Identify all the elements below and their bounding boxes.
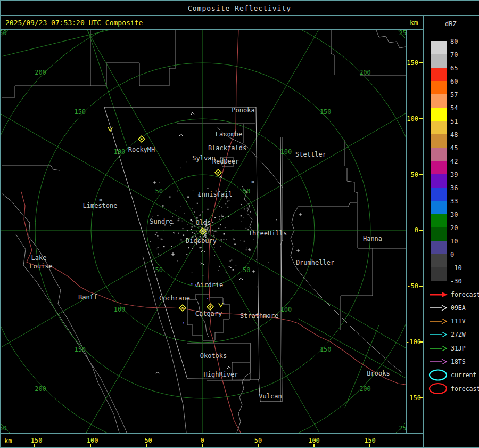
colorbar-tick-label: 0 xyxy=(450,251,475,258)
bottom-axis-tick xyxy=(369,444,370,447)
colorbar-tick-label: 48 xyxy=(450,132,475,138)
bottom-axis-tick-label: -100 xyxy=(79,437,102,444)
colorbar-tick-label: 51 xyxy=(450,118,475,125)
city-label-airdrie: Airdrie xyxy=(196,281,224,289)
city-label-hanna: Hanna xyxy=(363,235,382,242)
town-plus-icon xyxy=(252,270,255,273)
bottom-axis-tick-label: -50 xyxy=(135,437,158,444)
city-label-okotoks: Okotoks xyxy=(200,352,227,360)
colorbar-tick-label: 45 xyxy=(450,145,475,151)
range-ring-label: 150 xyxy=(320,108,332,116)
bottom-axis-tick-label: 100 xyxy=(302,437,326,444)
town-caret-icon xyxy=(201,263,204,265)
bottom-axis-tick-label: 0 xyxy=(191,437,214,444)
bottom-axis-tick xyxy=(313,444,315,447)
range-ring-label: 200 xyxy=(359,385,371,393)
range-ring-label: 50 xyxy=(243,266,250,274)
svg-text:current: current xyxy=(451,371,476,379)
colorbar-block xyxy=(431,94,447,108)
colorbar-block xyxy=(431,174,447,188)
range-ring-label: 200 xyxy=(35,69,46,76)
right-axis-tick-label: 100 xyxy=(406,116,418,122)
right-axis-unit: km xyxy=(410,19,418,27)
colorbar-tick-label: -10 xyxy=(450,265,475,271)
city-label-lake: Lake xyxy=(31,254,47,262)
right-axis-tick-label: -100 xyxy=(406,339,418,345)
range-ring-label: 50 xyxy=(155,266,163,274)
colorbar-block xyxy=(431,201,447,214)
city-label-blackfalds: Blackfalds xyxy=(208,144,246,152)
colorbar-tick-label: 80 xyxy=(450,38,475,45)
svg-text:18TS: 18TS xyxy=(451,358,466,365)
bottom-axis-tick xyxy=(34,444,35,447)
radar-map[interactable]: 5050505010010010010015015015015020020020… xyxy=(1,30,406,433)
svg-text:09EA: 09EA xyxy=(451,304,466,312)
city-label-brooks: Brooks xyxy=(367,370,390,377)
range-ring-label: 50 xyxy=(155,188,163,195)
city-label-strathmore: Strathmore xyxy=(240,312,278,320)
town-plus-icon xyxy=(171,252,175,256)
city-label-calgary: Calgary xyxy=(195,310,222,317)
range-ring-label: 150 xyxy=(320,346,332,353)
legend-arrow-forecast: forecast xyxy=(430,291,479,298)
town-caret-icon xyxy=(156,372,159,374)
colorbar-block xyxy=(431,214,447,227)
city-label-louise: Louise xyxy=(29,263,52,270)
bottom-axis: km -150-100-50050100150 xyxy=(0,434,424,447)
colorbar-tick-label: 33 xyxy=(450,198,475,205)
colorbar-block xyxy=(431,148,447,161)
colorbar-block xyxy=(431,121,447,134)
colorbar-block xyxy=(431,134,447,148)
range-ring-label: 50 xyxy=(243,188,250,195)
bottom-axis-tick xyxy=(202,444,203,447)
colorbar-block xyxy=(431,241,447,254)
right-axis-tick xyxy=(419,62,423,63)
lake-dot xyxy=(207,298,208,299)
range-ring-label: 100 xyxy=(114,306,126,313)
colorbar-block xyxy=(431,54,447,68)
svg-text:forecast: forecast xyxy=(451,385,479,393)
colorbar-block xyxy=(431,68,447,81)
city-label-ponoka: Ponoka xyxy=(232,107,254,114)
right-axis-tick-label: 150 xyxy=(406,60,418,66)
legend-arrow-111V: 111V xyxy=(430,317,466,325)
town-caret-icon xyxy=(179,134,183,136)
range-ring-label: 150 xyxy=(74,346,86,353)
right-axis-tick xyxy=(419,397,423,398)
city-label-didsbury: Didsbury xyxy=(186,237,217,245)
checkmark-marker-icon xyxy=(219,303,223,307)
svg-text:111V: 111V xyxy=(451,317,466,325)
colorbar-block xyxy=(431,227,447,241)
legend-arrow-18TS: 18TS xyxy=(430,358,466,365)
window-title: Composite_Reflectivity xyxy=(188,4,291,12)
range-ring-label: 200 xyxy=(359,69,371,76)
right-axis-tick-label: 50 xyxy=(406,172,418,178)
city-label-stettler: Stettler xyxy=(295,151,326,158)
city-label-banff: Banff xyxy=(78,294,97,301)
city-labels: PonokaLacombeBlackfaldsSylvanRedDeerStet… xyxy=(29,107,390,400)
colorbar-block xyxy=(431,267,447,281)
range-ring-label: 100 xyxy=(280,306,292,313)
colorbar-block xyxy=(431,81,447,94)
right-axis-tick xyxy=(419,118,423,119)
legend-ellipse-forecast: forecast xyxy=(430,384,479,394)
lake-dot xyxy=(191,283,193,285)
city-label-olds: Olds xyxy=(196,219,211,226)
city-label-rockymh: RockyMH xyxy=(128,146,155,153)
range-ring-label: 100 xyxy=(280,148,292,156)
range-ring-label: 250 xyxy=(399,30,406,37)
colorbar-tick-label: 10 xyxy=(450,238,475,245)
legend-arrow-09EA: 09EA xyxy=(430,304,466,312)
town-caret-icon xyxy=(227,366,230,369)
colorbar-tick-label: 70 xyxy=(450,52,475,58)
right-axis-tick-label: 0 xyxy=(406,227,418,233)
right-axis-tick xyxy=(419,286,423,287)
city-label-drumheller: Drumheller xyxy=(296,259,334,266)
legend-arrow-27ZW: 27ZW xyxy=(430,331,466,338)
colorbar-tick-label: 30 xyxy=(450,211,475,218)
colorbar-title: dBZ xyxy=(445,20,457,28)
range-ring-label: 250 xyxy=(1,425,7,432)
town-plus-icon xyxy=(153,181,156,184)
svg-text:27ZW: 27ZW xyxy=(451,331,466,338)
right-axis-tick-label: -50 xyxy=(406,283,418,289)
